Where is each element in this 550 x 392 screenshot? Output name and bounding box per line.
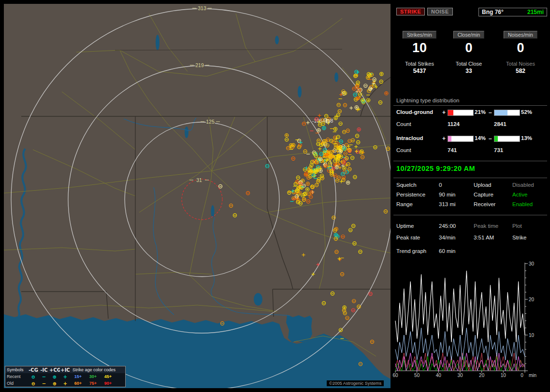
divider bbox=[393, 161, 547, 161]
cg-positive-bar bbox=[448, 110, 474, 116]
strike-symbol-glyph: ⊖ bbox=[28, 374, 39, 379]
grid-cell: Peak time bbox=[474, 223, 498, 229]
lake bbox=[59, 320, 72, 327]
x-axis-label: 10 bbox=[501, 373, 507, 378]
cg-negative-bar bbox=[494, 110, 520, 116]
lake bbox=[334, 72, 338, 82]
range-label: 31 bbox=[196, 177, 202, 183]
distance-value: 215mi bbox=[527, 9, 544, 15]
strike-symbol-glyph: + bbox=[60, 374, 71, 379]
x-axis-label: 20 bbox=[479, 373, 485, 378]
cg-negative-pct: 52% bbox=[521, 109, 532, 115]
count-label: Count bbox=[396, 147, 411, 153]
x-axis-label: 50 bbox=[414, 373, 420, 378]
noises-column: Noises/min 0 Total Noises 582 bbox=[495, 30, 546, 74]
legend-col-header: -CG bbox=[28, 367, 39, 373]
noises-per-min-button[interactable]: Noises/min bbox=[504, 31, 537, 39]
legend-col-header: +IC bbox=[60, 367, 71, 373]
range-label: 219 bbox=[195, 62, 204, 68]
lake bbox=[185, 126, 188, 138]
strike-legend: Symbols-CG-IC+CG+ICStrike age color code… bbox=[5, 366, 126, 387]
cg-positive-pct: 21% bbox=[475, 109, 486, 115]
grid-cell: Squelch bbox=[396, 182, 417, 188]
trend-graph: 1020306050403020100min bbox=[392, 259, 550, 382]
legend-symbols-header: Symbols bbox=[5, 367, 28, 372]
lake bbox=[156, 35, 159, 50]
strikes-per-min-button[interactable]: Strikes/min bbox=[403, 31, 436, 39]
x-axis-unit: min bbox=[529, 373, 536, 378]
strike-symbol-glyph: ⊕ bbox=[49, 374, 60, 379]
strike-symbol-glyph: ⊕ bbox=[49, 381, 60, 386]
y-axis-label: 10 bbox=[529, 333, 535, 338]
plus-sign: + bbox=[442, 109, 446, 116]
total-noises-value: 582 bbox=[495, 68, 546, 74]
legend-age-header: Strike age color codes bbox=[71, 367, 125, 372]
total-strikes-label: Total Strikes bbox=[395, 61, 444, 67]
legend-row: Recent⊖−⊕+15+30+45+ bbox=[5, 373, 125, 380]
y-axis-label: 20 bbox=[529, 297, 535, 302]
y-axis-label: 30 bbox=[529, 261, 535, 266]
grid-cell: 3:51 AM bbox=[474, 235, 494, 240]
trend-series-total-strikes bbox=[395, 271, 525, 342]
ic-negative-bar-fill bbox=[494, 136, 498, 141]
ic-negative-pct: 13% bbox=[521, 135, 532, 141]
strikes-column: Strikes/min 10 Total Strikes 5437 bbox=[395, 30, 444, 74]
age-code: 60+ bbox=[71, 381, 86, 386]
strike-indicator[interactable]: STRIKE bbox=[396, 8, 425, 15]
grid-cell: Strike bbox=[512, 235, 526, 240]
status-panel: STRIKE NOISE Bng 76° 215mi Strikes/min 1… bbox=[392, 0, 550, 392]
x-axis-label: 60 bbox=[392, 373, 398, 378]
grid-cell: Receiver bbox=[474, 201, 495, 207]
age-code: 45+ bbox=[101, 374, 116, 379]
grid-cell: Capture bbox=[474, 192, 493, 197]
noise-indicator[interactable]: NOISE bbox=[427, 8, 453, 15]
cg-positive-bar-fill bbox=[448, 110, 453, 115]
lake bbox=[298, 86, 302, 98]
noises-per-min-value: 0 bbox=[495, 41, 546, 55]
legend-header-row: Symbols-CG-IC+CG+ICStrike age color code… bbox=[5, 366, 125, 373]
trend-series-intracloud bbox=[395, 353, 525, 371]
trend-graph-label: Trend graph bbox=[396, 248, 426, 254]
age-code: 75+ bbox=[86, 381, 101, 386]
range-label: 313 bbox=[198, 5, 206, 11]
x-axis-label: 30 bbox=[457, 373, 463, 378]
legend-row-label: Recent bbox=[5, 374, 28, 379]
lake bbox=[211, 205, 215, 218]
grid-cell: Plot bbox=[512, 223, 522, 229]
bearing-box: Bng 76° 215mi bbox=[478, 8, 547, 16]
lake bbox=[65, 335, 107, 351]
legend-col-header: -IC bbox=[39, 367, 49, 373]
divider bbox=[393, 178, 547, 178]
strike-symbol-glyph: ⊖ bbox=[28, 381, 39, 386]
lake bbox=[254, 293, 262, 306]
lake bbox=[106, 347, 122, 355]
divider bbox=[393, 215, 547, 215]
trend-graph-window: 60 min bbox=[439, 248, 456, 254]
grid-cell: Enabled bbox=[512, 201, 533, 207]
ic-negative-bar bbox=[494, 136, 520, 142]
total-close-value: 33 bbox=[446, 68, 492, 74]
mobile-bay bbox=[286, 315, 312, 343]
map-svg: 31321912531-108--108 bbox=[4, 4, 391, 388]
minus-sign: – bbox=[489, 135, 492, 142]
minus-sign: – bbox=[489, 109, 492, 116]
strikes-per-min-value: 10 bbox=[395, 41, 444, 55]
cg-negative-count: 2841 bbox=[494, 121, 507, 127]
x-axis-label: 40 bbox=[436, 373, 442, 378]
ic-positive-bar-fill bbox=[448, 136, 451, 141]
total-strikes-value: 5437 bbox=[395, 68, 444, 74]
cg-negative-bar-fill bbox=[494, 110, 507, 115]
age-code: 15+ bbox=[71, 374, 86, 379]
distribution-title: Lightning type distribution bbox=[396, 98, 459, 103]
age-code: 90+ bbox=[101, 381, 116, 386]
close-per-min-button[interactable]: Close/min bbox=[453, 31, 485, 39]
total-noises-label: Total Noises bbox=[495, 61, 546, 67]
divider bbox=[393, 105, 547, 106]
lake bbox=[275, 36, 279, 44]
ic-negative-count: 731 bbox=[494, 147, 503, 153]
trend-series-close-strikes bbox=[395, 353, 525, 371]
close-column: Close/min 0 Total Close 33 bbox=[446, 30, 492, 74]
grid-cell: Active bbox=[512, 192, 527, 197]
total-close-label: Total Close bbox=[446, 61, 492, 67]
grid-cell: 313 mi bbox=[439, 201, 456, 207]
